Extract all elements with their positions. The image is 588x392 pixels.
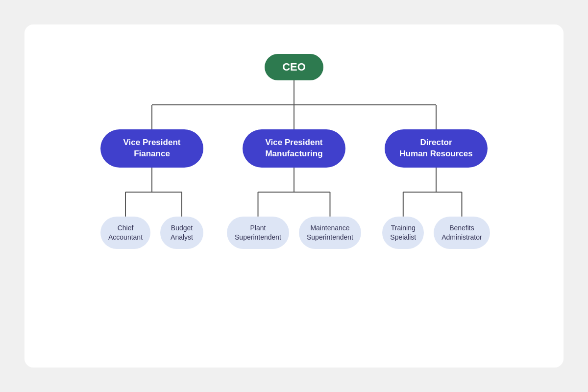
ceo-label: CEO — [282, 61, 306, 73]
ceo-node: CEO — [265, 54, 323, 80]
org-chart-container: CEO Vice PresidentFianance Vice Presiden… — [24, 24, 564, 368]
dir-hr-label: DirectorHuman Resources — [399, 138, 472, 158]
org-wrapper: CEO Vice PresidentFianance Vice Presiden… — [24, 54, 564, 249]
level2-row: Vice PresidentFianance Vice PresidentMan… — [100, 129, 488, 168]
training-specialist-label: TrainingSpeialist — [390, 224, 416, 241]
node-benefits-administrator: BenefitsAdministrator — [434, 217, 490, 249]
budget-analyst-label: BudgetAnalyst — [171, 224, 193, 241]
level3-group-manufacturing: PlantSuperintendent MaintenanceSuperinte… — [243, 217, 345, 249]
maintenance-superintendent-label: MaintenanceSuperintendent — [307, 224, 353, 241]
node-budget-analyst: BudgetAnalyst — [160, 217, 203, 249]
node-dir-hr: DirectorHuman Resources — [385, 129, 488, 168]
vp-manufacturing-label: Vice PresidentManufacturing — [265, 138, 322, 158]
chief-accountant-label: ChiefAccountant — [108, 224, 143, 241]
node-maintenance-superintendent: MaintenanceSuperintendent — [299, 217, 361, 249]
node-vp-manufacturing: Vice PresidentManufacturing — [243, 129, 345, 168]
level3-group-hr: TrainingSpeialist BenefitsAdministrator — [385, 217, 488, 249]
node-plant-superintendent: PlantSuperintendent — [227, 217, 289, 249]
level3-row: ChiefAccountant BudgetAnalyst PlantSuper… — [100, 217, 488, 249]
plant-superintendent-label: PlantSuperintendent — [235, 224, 281, 241]
vp-finance-label: Vice PresidentFianance — [123, 138, 181, 158]
level3-group-finance: ChiefAccountant BudgetAnalyst — [100, 217, 203, 249]
benefits-administrator-label: BenefitsAdministrator — [441, 224, 482, 241]
node-vp-finance: Vice PresidentFianance — [100, 129, 203, 168]
node-chief-accountant: ChiefAccountant — [100, 217, 150, 249]
node-training-specialist: TrainingSpeialist — [382, 217, 424, 249]
